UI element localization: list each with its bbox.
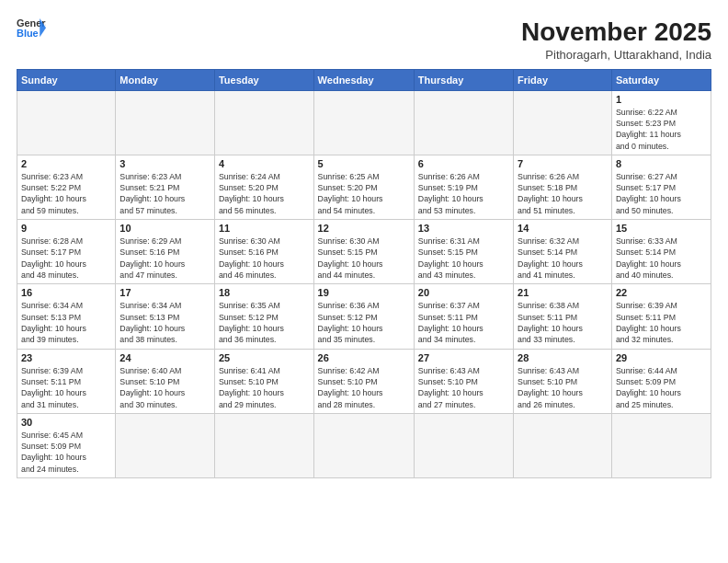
day-info: Sunrise: 6:35 AMSunset: 5:12 PMDaylight:… (219, 300, 310, 345)
day-number: 24 (119, 352, 210, 363)
calendar-day-cell: 4Sunrise: 6:24 AMSunset: 5:20 PMDaylight… (214, 155, 313, 219)
calendar-day-cell: 8Sunrise: 6:27 AMSunset: 5:17 PMDaylight… (611, 155, 711, 219)
calendar-day-cell: 3Sunrise: 6:23 AMSunset: 5:21 PMDaylight… (116, 155, 215, 219)
day-info: Sunrise: 6:29 AMSunset: 5:16 PMDaylight:… (119, 236, 210, 281)
calendar-day-cell: 28Sunrise: 6:43 AMSunset: 5:10 PMDayligh… (514, 349, 612, 413)
weekday-header-sunday: Sunday (17, 69, 116, 90)
calendar-day-cell: 19Sunrise: 6:36 AMSunset: 5:12 PMDayligh… (313, 284, 414, 349)
day-number: 26 (318, 352, 410, 363)
day-info: Sunrise: 6:43 AMSunset: 5:10 PMDaylight:… (418, 365, 509, 410)
calendar: SundayMondayTuesdayWednesdayThursdayFrid… (17, 69, 711, 479)
calendar-week-row: 1Sunrise: 6:22 AMSunset: 5:23 PMDaylight… (17, 90, 711, 155)
calendar-day-cell (514, 413, 612, 477)
day-number: 11 (219, 223, 310, 234)
day-info: Sunrise: 6:28 AMSunset: 5:17 PMDaylight:… (21, 236, 111, 281)
day-info: Sunrise: 6:36 AMSunset: 5:12 PMDaylight:… (318, 300, 410, 345)
calendar-day-cell: 30Sunrise: 6:45 AMSunset: 5:09 PMDayligh… (17, 413, 116, 477)
calendar-day-cell (414, 90, 513, 155)
weekday-header-thursday: Thursday (414, 69, 513, 90)
calendar-day-cell: 10Sunrise: 6:29 AMSunset: 5:16 PMDayligh… (116, 220, 215, 284)
month-title: November 2025 (521, 17, 711, 48)
day-info: Sunrise: 6:23 AMSunset: 5:22 PMDaylight:… (21, 171, 111, 216)
day-info: Sunrise: 6:40 AMSunset: 5:10 PMDaylight:… (119, 365, 210, 410)
day-number: 14 (518, 223, 608, 234)
logo: General Blue (17, 17, 46, 40)
day-number: 6 (418, 158, 509, 169)
day-info: Sunrise: 6:32 AMSunset: 5:14 PMDaylight:… (518, 236, 608, 281)
calendar-day-cell (116, 90, 215, 155)
day-number: 13 (418, 223, 509, 234)
day-number: 25 (219, 352, 310, 363)
day-number: 2 (21, 158, 111, 169)
calendar-week-row: 9Sunrise: 6:28 AMSunset: 5:17 PMDaylight… (17, 220, 711, 284)
calendar-day-cell: 1Sunrise: 6:22 AMSunset: 5:23 PMDaylight… (611, 90, 711, 155)
weekday-header-friday: Friday (514, 69, 612, 90)
day-number: 5 (318, 158, 410, 169)
day-number: 19 (318, 287, 410, 298)
day-number: 9 (21, 223, 111, 234)
day-info: Sunrise: 6:30 AMSunset: 5:15 PMDaylight:… (318, 236, 410, 281)
calendar-day-cell: 6Sunrise: 6:26 AMSunset: 5:19 PMDaylight… (414, 155, 513, 219)
day-info: Sunrise: 6:25 AMSunset: 5:20 PMDaylight:… (318, 171, 410, 216)
calendar-day-cell (116, 413, 215, 477)
calendar-day-cell: 15Sunrise: 6:33 AMSunset: 5:14 PMDayligh… (611, 220, 711, 284)
day-info: Sunrise: 6:41 AMSunset: 5:10 PMDaylight:… (219, 365, 310, 410)
calendar-week-row: 2Sunrise: 6:23 AMSunset: 5:22 PMDaylight… (17, 155, 711, 219)
day-info: Sunrise: 6:39 AMSunset: 5:11 PMDaylight:… (616, 300, 707, 345)
day-info: Sunrise: 6:34 AMSunset: 5:13 PMDaylight:… (21, 300, 111, 345)
day-info: Sunrise: 6:33 AMSunset: 5:14 PMDaylight:… (616, 236, 707, 281)
calendar-day-cell (514, 90, 612, 155)
header: General Blue November 2025 Pithoragarh, … (17, 17, 711, 62)
day-info: Sunrise: 6:39 AMSunset: 5:11 PMDaylight:… (21, 365, 111, 410)
weekday-header-tuesday: Tuesday (214, 69, 313, 90)
day-number: 27 (418, 352, 509, 363)
calendar-day-cell: 27Sunrise: 6:43 AMSunset: 5:10 PMDayligh… (414, 349, 513, 413)
day-number: 30 (21, 417, 111, 428)
calendar-day-cell: 20Sunrise: 6:37 AMSunset: 5:11 PMDayligh… (414, 284, 513, 349)
calendar-day-cell: 24Sunrise: 6:40 AMSunset: 5:10 PMDayligh… (116, 349, 215, 413)
calendar-day-cell: 23Sunrise: 6:39 AMSunset: 5:11 PMDayligh… (17, 349, 116, 413)
weekday-header-monday: Monday (116, 69, 215, 90)
calendar-day-cell: 9Sunrise: 6:28 AMSunset: 5:17 PMDaylight… (17, 220, 116, 284)
day-number: 4 (219, 158, 310, 169)
day-number: 17 (119, 287, 210, 298)
day-info: Sunrise: 6:34 AMSunset: 5:13 PMDaylight:… (119, 300, 210, 345)
calendar-day-cell: 11Sunrise: 6:30 AMSunset: 5:16 PMDayligh… (214, 220, 313, 284)
subtitle: Pithoragarh, Uttarakhand, India (521, 48, 711, 62)
calendar-day-cell: 16Sunrise: 6:34 AMSunset: 5:13 PMDayligh… (17, 284, 116, 349)
calendar-day-cell: 22Sunrise: 6:39 AMSunset: 5:11 PMDayligh… (611, 284, 711, 349)
calendar-day-cell (611, 413, 711, 477)
calendar-day-cell: 13Sunrise: 6:31 AMSunset: 5:15 PMDayligh… (414, 220, 513, 284)
day-info: Sunrise: 6:38 AMSunset: 5:11 PMDaylight:… (518, 300, 608, 345)
day-info: Sunrise: 6:24 AMSunset: 5:20 PMDaylight:… (219, 171, 310, 216)
calendar-day-cell: 5Sunrise: 6:25 AMSunset: 5:20 PMDaylight… (313, 155, 414, 219)
weekday-header-saturday: Saturday (611, 69, 711, 90)
svg-text:Blue: Blue (17, 28, 39, 39)
calendar-day-cell: 21Sunrise: 6:38 AMSunset: 5:11 PMDayligh… (514, 284, 612, 349)
day-number: 16 (21, 287, 111, 298)
calendar-day-cell: 25Sunrise: 6:41 AMSunset: 5:10 PMDayligh… (214, 349, 313, 413)
weekday-header-row: SundayMondayTuesdayWednesdayThursdayFrid… (17, 69, 711, 90)
calendar-day-cell: 18Sunrise: 6:35 AMSunset: 5:12 PMDayligh… (214, 284, 313, 349)
calendar-day-cell: 7Sunrise: 6:26 AMSunset: 5:18 PMDaylight… (514, 155, 612, 219)
page: General Blue November 2025 Pithoragarh, … (0, 0, 728, 563)
day-number: 18 (219, 287, 310, 298)
day-info: Sunrise: 6:37 AMSunset: 5:11 PMDaylight:… (418, 300, 509, 345)
calendar-day-cell (17, 90, 116, 155)
calendar-day-cell: 26Sunrise: 6:42 AMSunset: 5:10 PMDayligh… (313, 349, 414, 413)
generalblue-logo-icon: General Blue (17, 17, 46, 40)
weekday-header-wednesday: Wednesday (313, 69, 414, 90)
day-number: 8 (616, 158, 707, 169)
calendar-day-cell: 2Sunrise: 6:23 AMSunset: 5:22 PMDaylight… (17, 155, 116, 219)
calendar-week-row: 30Sunrise: 6:45 AMSunset: 5:09 PMDayligh… (17, 413, 711, 477)
day-number: 15 (616, 223, 707, 234)
day-number: 28 (518, 352, 608, 363)
day-info: Sunrise: 6:44 AMSunset: 5:09 PMDaylight:… (616, 365, 707, 410)
calendar-day-cell: 29Sunrise: 6:44 AMSunset: 5:09 PMDayligh… (611, 349, 711, 413)
calendar-day-cell (214, 90, 313, 155)
calendar-day-cell (414, 413, 513, 477)
day-info: Sunrise: 6:26 AMSunset: 5:19 PMDaylight:… (418, 171, 509, 216)
day-info: Sunrise: 6:45 AMSunset: 5:09 PMDaylight:… (21, 430, 111, 475)
day-number: 12 (318, 223, 410, 234)
calendar-day-cell: 17Sunrise: 6:34 AMSunset: 5:13 PMDayligh… (116, 284, 215, 349)
